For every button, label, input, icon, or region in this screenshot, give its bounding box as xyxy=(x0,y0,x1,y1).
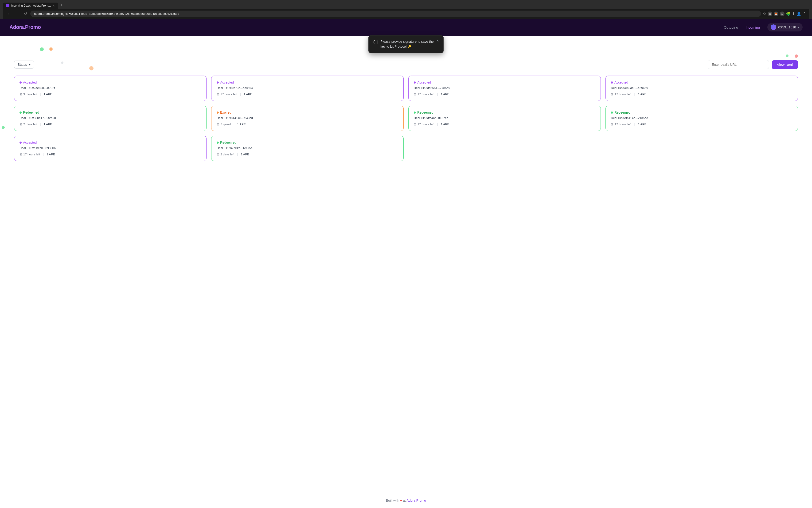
browser-icons: ☆ B 🦊 ⬡ 🧩 ⬇ 👤 ⋮ xyxy=(763,11,806,16)
wallet-avatar xyxy=(771,25,776,30)
deal-amount: 1 APE xyxy=(44,123,52,126)
deal-card[interactable]: Redeemed Deal ID:0x4893fc...1c175c ⊠ 2 d… xyxy=(211,136,404,161)
app-logo: Adora.Promo xyxy=(9,24,41,30)
deal-time: ⊠ 3 days left xyxy=(20,92,37,96)
deal-card[interactable]: Redeemed Deal ID:0x9b114e...2135ec ⊠ 17 … xyxy=(606,105,798,131)
address-bar[interactable] xyxy=(30,10,761,17)
deal-time: ⊠ 17 hours left xyxy=(611,92,631,96)
time-icon: ⊠ xyxy=(217,153,219,156)
deal-amount: 1 APE xyxy=(237,123,245,126)
deal-meta: ⊠ 17 hours left | 1 APE xyxy=(611,92,792,96)
profile-icon[interactable]: 👤 xyxy=(797,11,801,16)
footer-text-middle: at xyxy=(403,499,407,502)
footer-link[interactable]: Adora.Promo xyxy=(407,499,426,502)
ext-icon-3[interactable]: ⬡ xyxy=(780,11,784,16)
deal-card[interactable]: Accepted Deal ID:0xeb0ae8...e69459 ⊠ 17 … xyxy=(606,76,798,101)
refresh-btn[interactable]: ↺ xyxy=(23,10,29,17)
extensions-icon[interactable]: 🧩 xyxy=(786,11,790,16)
time-icon: ⊠ xyxy=(20,123,22,126)
deal-separator: | xyxy=(437,92,438,96)
wallet-badge[interactable]: 0X59...1618 ▾ xyxy=(767,23,803,32)
url-input[interactable] xyxy=(708,60,769,69)
deal-status: Expired xyxy=(217,111,398,114)
deal-amount: 1 APE xyxy=(46,153,55,156)
deal-card[interactable]: Accepted Deal ID:0x2ae89b...4f732f ⊠ 3 d… xyxy=(14,76,206,101)
status-dot-icon xyxy=(611,112,613,114)
app-wrapper: Adora.Promo Outgoing Incoming 0X59...161… xyxy=(0,19,812,508)
deal-card[interactable]: Accepted Deal ID:0xf6becb...898506 ⊠ 17 … xyxy=(14,136,206,161)
tab-close-btn[interactable]: × xyxy=(53,4,55,7)
deal-amount: 1 APE xyxy=(241,153,249,156)
deal-meta: ⊠ 17 hours left | 1 APE xyxy=(20,153,201,156)
decorative-dot-green-right xyxy=(786,54,788,57)
status-dot-icon xyxy=(20,141,22,144)
new-tab-btn[interactable]: + xyxy=(59,2,65,9)
deal-status: Redeemed xyxy=(20,111,201,114)
toast-close-btn[interactable]: × xyxy=(436,39,439,43)
toast-spinner-icon xyxy=(373,40,378,44)
deal-amount: 1 APE xyxy=(441,123,449,126)
deal-card[interactable]: Accepted Deal ID:0xfd5551...7785d9 ⊠ 17 … xyxy=(408,76,601,101)
status-dot-icon xyxy=(217,141,219,144)
status-dropdown[interactable]: Status ▾ xyxy=(14,60,34,69)
time-label: 17 hours left xyxy=(220,92,237,96)
deal-separator: | xyxy=(234,123,234,126)
deal-separator: | xyxy=(634,123,635,126)
forward-btn[interactable]: → xyxy=(14,11,21,17)
deal-card[interactable]: Redeemed Deal ID:0x88be17...2f2b68 ⊠ 2 d… xyxy=(14,105,206,131)
active-tab[interactable]: Incoming Deals - Adora.Prom… × xyxy=(3,3,58,9)
time-icon: ⊠ xyxy=(20,92,22,96)
deal-time: ⊠ 2 days left xyxy=(217,153,234,156)
deal-id: Deal ID:0xfd5551...7785d9 xyxy=(414,86,595,90)
deal-amount: 1 APE xyxy=(44,92,52,96)
tab-favicon xyxy=(6,4,9,7)
deal-separator: | xyxy=(237,153,238,156)
deal-amount: 1 APE xyxy=(244,92,252,96)
deal-status-label: Expired xyxy=(220,111,231,114)
back-btn[interactable]: ← xyxy=(6,11,12,17)
deal-meta: ⊠ 2 days left | 1 APE xyxy=(217,153,398,156)
deal-status-label: Accepted xyxy=(23,141,37,144)
deal-status: Accepted xyxy=(414,81,595,84)
deal-separator: | xyxy=(40,123,41,126)
deal-meta: ⊠ 17 hours left | 1 APE xyxy=(414,123,595,126)
nav-incoming[interactable]: Incoming xyxy=(746,25,760,29)
deal-status: Accepted xyxy=(20,81,201,84)
time-label: 17 hours left xyxy=(23,153,40,156)
time-label: Expired xyxy=(220,123,231,126)
toast-text: Please provide signature to save the key… xyxy=(380,39,434,49)
download-icon[interactable]: ⬇ xyxy=(792,11,795,16)
deal-card[interactable]: Redeemed Deal ID:0xffe4af...8157ec ⊠ 17 … xyxy=(408,105,601,131)
bookmark-icon[interactable]: ☆ xyxy=(763,11,766,16)
ext-icon-2[interactable]: 🦊 xyxy=(774,11,778,16)
deal-id: Deal ID:0xffe4af...8157ec xyxy=(414,116,595,120)
status-dot-icon xyxy=(217,112,219,114)
wallet-chevron-icon: ▾ xyxy=(798,26,799,29)
deal-separator: | xyxy=(437,123,438,126)
status-chevron-icon: ▾ xyxy=(29,63,31,67)
browser-toolbar: ← → ↺ ☆ B 🦊 ⬡ 🧩 ⬇ 👤 ⋮ xyxy=(3,9,809,19)
menu-icon[interactable]: ⋮ xyxy=(803,11,806,16)
ext-icon-1[interactable]: B xyxy=(768,11,772,16)
deal-separator: | xyxy=(40,92,41,96)
deal-time: ⊠ 2 days left xyxy=(20,123,37,126)
status-label: Status xyxy=(17,63,27,67)
deal-status: Redeemed xyxy=(217,141,398,144)
nav-outgoing[interactable]: Outgoing xyxy=(724,25,738,29)
time-icon: ⊠ xyxy=(611,123,614,126)
decorative-dot-green-left xyxy=(2,126,5,129)
deal-status-label: Accepted xyxy=(614,81,628,84)
footer-text-prefix: Built with xyxy=(386,499,399,502)
deal-separator: | xyxy=(43,153,44,156)
browser-tabs: Incoming Deals - Adora.Prom… × + xyxy=(3,2,809,9)
time-icon: ⊠ xyxy=(611,92,614,96)
deal-id: Deal ID:0x9b114e...2135ec xyxy=(611,116,792,120)
deal-meta: ⊠ 3 days left | 1 APE xyxy=(20,92,201,96)
deal-time: ⊠ 17 hours left xyxy=(414,123,434,126)
time-icon: ⊠ xyxy=(414,123,416,126)
view-deal-button[interactable]: View Deal xyxy=(772,60,798,69)
deal-status-label: Accepted xyxy=(417,81,431,84)
deal-card[interactable]: Accepted Deal ID:0x8fe73e...ac8554 ⊠ 17 … xyxy=(211,76,404,101)
deal-card[interactable]: Expired Deal ID:0x814148...f848cd ⊠ Expi… xyxy=(211,105,404,131)
deal-time: ⊠ Expired xyxy=(217,123,231,126)
